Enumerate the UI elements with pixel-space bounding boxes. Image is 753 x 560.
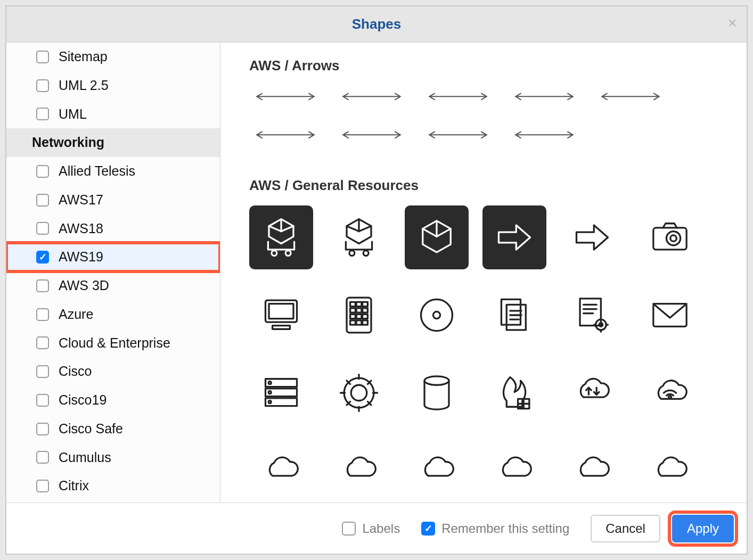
shapes-dialog: Shapes × SitemapUML 2.5UMLNetworkingAlli…: [5, 5, 748, 555]
checkbox-icon[interactable]: [36, 451, 49, 464]
sidebar-item-cisco-safe[interactable]: Cisco Safe: [6, 415, 220, 443]
svg-rect-33: [356, 302, 362, 306]
sidebar-item-cloud-enterprise[interactable]: Cloud & Enterprise: [6, 329, 220, 358]
camera-icon[interactable]: [638, 205, 702, 269]
sidebar-item-aws17[interactable]: AWS17: [6, 186, 220, 215]
double-arrow-dashed-icon[interactable]: [252, 124, 318, 145]
checkbox-icon[interactable]: [36, 108, 49, 120]
cloud-a-icon[interactable]: [249, 439, 313, 503]
arrows-grid: [252, 86, 731, 145]
sidebar-item-azure[interactable]: Azure: [6, 300, 220, 329]
apply-button[interactable]: Apply: [672, 515, 734, 542]
section-title-arrows: AWS / Arrows: [249, 57, 731, 74]
cancel-button[interactable]: Cancel: [591, 515, 660, 542]
checkbox-icon[interactable]: [36, 279, 49, 292]
gear-icon[interactable]: [327, 361, 391, 425]
labels-checkbox[interactable]: [342, 522, 356, 536]
double-arrow-thick-icon[interactable]: [511, 86, 577, 107]
checkbox-icon[interactable]: [36, 251, 49, 263]
double-arrow-long-icon[interactable]: [252, 86, 318, 107]
client-icon[interactable]: [249, 283, 313, 347]
sidebar-item-citrix[interactable]: Citrix: [6, 472, 220, 500]
rack-icon[interactable]: [560, 439, 624, 503]
database-icon[interactable]: [405, 361, 469, 425]
svg-line-18: [359, 226, 371, 232]
documents-icon[interactable]: [482, 283, 546, 347]
doc-gear-icon[interactable]: [560, 283, 624, 347]
checkbox-icon[interactable]: [36, 394, 49, 407]
envelope-icon[interactable]: [638, 283, 702, 347]
checkbox-icon[interactable]: [36, 165, 49, 178]
sidebar-item-sitemap[interactable]: Sitemap: [6, 43, 220, 71]
arrow-right-light-icon[interactable]: [560, 205, 624, 269]
checkbox-icon[interactable]: [36, 308, 49, 321]
cloud-updown-icon[interactable]: [560, 361, 624, 425]
sidebar-item-uml[interactable]: UML: [6, 100, 220, 129]
double-arrow-small-icon[interactable]: [511, 124, 577, 145]
general-resources-grid: [249, 205, 731, 503]
chip-icon[interactable]: [482, 439, 546, 503]
arrow-right-dark-icon[interactable]: [482, 205, 546, 269]
remember-checkbox[interactable]: [421, 522, 435, 536]
checkbox-icon[interactable]: [36, 194, 49, 207]
server-rack-icon[interactable]: [249, 361, 313, 425]
svg-point-13: [272, 251, 277, 256]
checkbox-icon[interactable]: [36, 480, 49, 492]
svg-point-67: [268, 401, 271, 403]
marketplace-light-icon[interactable]: [327, 205, 391, 269]
sidebar-item-label: Allied Telesis: [36, 162, 135, 180]
sidebar-item-aws3d[interactable]: AWS 3D: [6, 271, 220, 300]
sidebar-item-cisco19[interactable]: Cisco19: [6, 386, 220, 415]
sidebar-item-allied-telesis[interactable]: Allied Telesis: [6, 157, 220, 186]
shape-library-sidebar[interactable]: SitemapUML 2.5UMLNetworkingAllied Telesi…: [6, 43, 220, 503]
svg-rect-64: [265, 398, 297, 406]
phone-icon[interactable]: [638, 439, 702, 503]
checkbox-icon[interactable]: [36, 336, 49, 349]
shape-preview-panel[interactable]: AWS / Arrows AWS / Gener: [220, 43, 747, 503]
dialog-body: SitemapUML 2.5UMLNetworkingAllied Telesi…: [6, 43, 747, 503]
sidebar-item-aws19[interactable]: AWS19: [6, 243, 220, 271]
svg-line-11: [269, 226, 281, 232]
device-icon[interactable]: [405, 439, 469, 503]
svg-rect-39: [356, 314, 362, 318]
double-arrow-thin-icon[interactable]: [598, 86, 664, 107]
svg-point-26: [666, 232, 680, 245]
section-title-general: AWS / General Resources: [249, 177, 731, 194]
svg-rect-36: [356, 308, 362, 312]
sidebar-item-label: Networking: [32, 134, 104, 152]
keypad-icon[interactable]: [327, 283, 391, 347]
cube-dark-icon[interactable]: [405, 205, 469, 269]
svg-point-20: [363, 251, 369, 256]
checkbox-icon[interactable]: [36, 222, 49, 235]
marketplace-dark-icon[interactable]: [249, 205, 313, 269]
double-arrow-med-icon[interactable]: [339, 86, 405, 107]
sidebar-item-aws18[interactable]: AWS18: [6, 215, 220, 243]
svg-point-84: [669, 396, 672, 399]
double-arrow-narrow-icon[interactable]: [425, 124, 491, 145]
checkbox-icon[interactable]: [36, 51, 49, 63]
cloud-wifi-icon[interactable]: [638, 361, 702, 425]
svg-point-45: [433, 311, 440, 318]
sidebar-item-cisco[interactable]: Cisco: [6, 357, 220, 386]
svg-rect-63: [265, 389, 297, 397]
remember-option[interactable]: Remember this setting: [421, 521, 569, 536]
cloud-b-icon[interactable]: [327, 439, 391, 503]
double-arrow-short-icon[interactable]: [425, 86, 491, 107]
svg-point-27: [670, 235, 676, 241]
disk-icon[interactable]: [405, 283, 469, 347]
svg-point-78: [424, 376, 449, 385]
labels-option[interactable]: Labels: [342, 521, 400, 536]
svg-point-65: [268, 382, 271, 384]
sidebar-item-cumulus[interactable]: Cumulus: [6, 443, 220, 472]
checkbox-icon[interactable]: [36, 423, 49, 435]
sidebar-item-label: Cisco Safe: [36, 420, 123, 438]
checkbox-icon[interactable]: [36, 79, 49, 92]
svg-rect-41: [350, 320, 356, 325]
sidebar-item-uml25[interactable]: UML 2.5: [6, 71, 220, 100]
checkbox-icon[interactable]: [36, 365, 49, 378]
dialog-titlebar: Shapes ×: [6, 6, 747, 43]
double-arrow-wide-icon[interactable]: [339, 124, 405, 145]
svg-rect-62: [265, 379, 297, 387]
close-icon[interactable]: ×: [727, 15, 737, 31]
firewall-icon[interactable]: [482, 361, 546, 425]
